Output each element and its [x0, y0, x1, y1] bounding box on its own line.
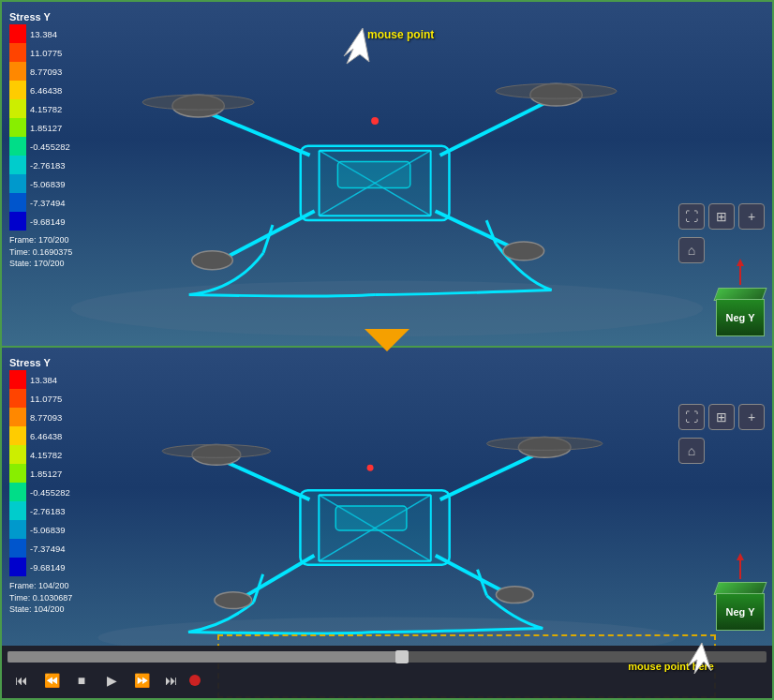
stop-button[interactable]: ■	[69, 668, 94, 693]
legend-label-5: 1.85127	[30, 123, 62, 133]
play-button[interactable]: ▶	[99, 668, 124, 693]
legend-item-8: -5.06839	[9, 174, 72, 193]
legend-color-b2	[9, 408, 26, 426]
legend-color-6	[9, 137, 26, 156]
frame-bottom: Frame: 104/200	[9, 580, 72, 592]
legend-color-8	[9, 174, 26, 193]
legend-label-9: -7.37494	[30, 198, 66, 208]
arrow-down-shape	[365, 329, 409, 351]
svg-point-20	[496, 83, 617, 98]
legend-label-b2: 8.77093	[30, 412, 62, 423]
view-controls-top: ⛶ ⊞ + ⌂	[678, 203, 765, 263]
legend-color-b6	[9, 483, 26, 501]
plus-button-bottom[interactable]: +	[738, 404, 765, 430]
legend-item-9: -7.37494	[9, 193, 72, 212]
plus-button-top[interactable]: +	[738, 203, 765, 230]
legend-item-b4: 4.15782	[9, 445, 72, 464]
rewind-button[interactable]: ⏮	[9, 668, 34, 693]
legend-item-1: 11.0775	[9, 43, 72, 62]
progress-fill	[7, 651, 402, 663]
legend-item-b0: 13.384	[9, 370, 72, 389]
legend-bar-bottom: 13.384 11.0775 8.77093 6.46438 4.15782	[9, 370, 72, 576]
legend-label-10: -9.68149	[30, 216, 66, 227]
svg-line-8	[486, 220, 496, 244]
legend-label-b10: -9.68149	[30, 562, 66, 573]
main-container: Stress Y 13.384 11.0775 8.77093 6.46438	[0, 0, 774, 700]
record-indicator	[189, 675, 201, 686]
legend-label-b6: -0.455282	[30, 487, 70, 498]
legend-label-0: 13.384	[30, 29, 57, 39]
time-bottom: Time: 0.1030687	[9, 592, 72, 604]
legend-item-b5: 1.85127	[9, 464, 72, 483]
svg-point-17	[192, 251, 233, 270]
view-cube-top: Neg Y	[716, 257, 765, 336]
legend-label-b0: 13.384	[30, 375, 57, 385]
svg-line-3	[199, 109, 310, 156]
legend-color-3	[9, 81, 26, 99]
cube-container-bottom: Neg Y	[716, 582, 765, 631]
legend-color-b4	[9, 445, 26, 464]
fullscreen-button-bottom[interactable]: ⛶	[678, 404, 705, 430]
legend-color-b0	[9, 370, 26, 389]
svg-point-45	[367, 465, 374, 471]
frame-top: Frame: 170/200	[9, 234, 72, 246]
cube-label-bottom: Neg Y	[726, 606, 755, 618]
svg-point-18	[503, 242, 544, 261]
next-frame-button[interactable]: ⏩	[129, 668, 154, 693]
grid-button-top[interactable]: ⊞	[708, 203, 735, 230]
legend-label-2: 8.77093	[30, 67, 62, 77]
svg-point-19	[142, 95, 254, 110]
cube-front-face-bottom: Neg Y	[716, 593, 765, 631]
svg-rect-46	[335, 506, 407, 530]
view-controls-row-bottom: ⛶ ⊞ +	[678, 404, 765, 430]
legend-color-b7	[9, 501, 26, 520]
legend-item-2: 8.77093	[9, 62, 72, 81]
legend-item-5: 1.85127	[9, 118, 72, 137]
legend-item-b8: -5.06839	[9, 520, 72, 539]
fullscreen-button-top[interactable]: ⛶	[678, 203, 705, 230]
legend-footer-top: Frame: 170/200 Time: 0.1690375 State: 17…	[9, 234, 72, 270]
y-axis-arrow-top	[731, 257, 750, 290]
legend-label-b3: 6.46438	[30, 431, 62, 441]
view-controls-bottom: ⛶ ⊞ + ⌂	[678, 404, 765, 464]
svg-rect-22	[337, 162, 409, 188]
state-bottom: State: 104/200	[9, 603, 72, 616]
legend-item-b6: -0.455282	[9, 483, 72, 501]
legend-bar-top: 13.384 11.0775 8.77093 6.46438 4.15782	[9, 24, 72, 231]
legend-color-b10	[9, 558, 26, 576]
legend-color-0	[9, 24, 26, 43]
legend-item-7: -2.76183	[9, 156, 72, 174]
cube-front-face: Neg Y	[716, 299, 765, 336]
grid-button-bottom[interactable]: ⊞	[708, 404, 735, 430]
color-legend-top: Stress Y 13.384 11.0775 8.77093 6.46438	[9, 11, 72, 270]
color-legend-bottom: Stress Y 13.384 11.0775 8.77093 6.46438	[9, 357, 72, 616]
legend-color-b3	[9, 426, 26, 445]
legend-color-2	[9, 62, 26, 81]
home-button-top[interactable]: ⌂	[678, 237, 705, 263]
bottom-panel: Stress Y 13.384 11.0775 8.77093 6.46438	[2, 348, 772, 698]
legend-color-5	[9, 118, 26, 137]
legend-label-b9: -7.37494	[30, 544, 66, 554]
svg-point-21	[371, 117, 379, 125]
legend-label-b7: -2.76183	[30, 506, 66, 516]
legend-color-b5	[9, 464, 26, 483]
cube-container-top: Neg Y	[716, 288, 765, 336]
svg-marker-0	[344, 28, 369, 64]
view-cube-bottom: Neg Y	[716, 551, 765, 631]
legend-title-bottom: Stress Y	[9, 357, 72, 368]
drone-top	[2, 2, 772, 346]
fast-forward-button[interactable]: ⏭	[159, 668, 184, 693]
svg-marker-24	[737, 259, 744, 266]
legend-label-6: -0.455282	[30, 141, 70, 152]
svg-point-41	[215, 592, 252, 609]
legend-item-b10: -9.68149	[9, 558, 72, 576]
legend-item-4: 4.15782	[9, 99, 72, 118]
svg-point-42	[496, 587, 533, 603]
legend-color-10	[9, 212, 26, 231]
state-top: State: 170/200	[9, 258, 72, 270]
legend-label-4: 4.15782	[30, 104, 62, 114]
legend-color-b9	[9, 539, 26, 558]
progress-thumb[interactable]	[395, 650, 409, 663]
prev-frame-button[interactable]: ⏪	[39, 668, 64, 693]
home-button-bottom[interactable]: ⌂	[678, 438, 705, 464]
